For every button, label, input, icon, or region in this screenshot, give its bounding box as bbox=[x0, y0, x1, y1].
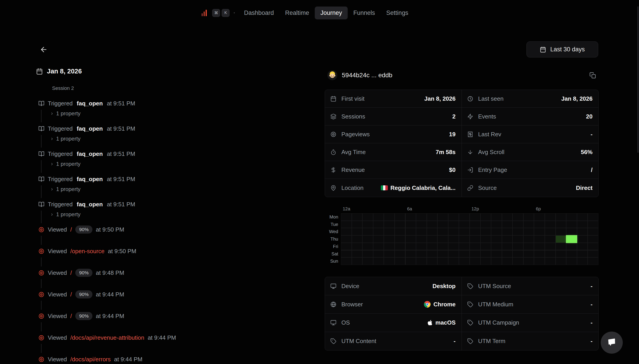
timeline-connector bbox=[41, 258, 42, 266]
heatmap-cell bbox=[566, 214, 577, 220]
heatmap-cell bbox=[566, 243, 577, 250]
stat-label: UTM Term bbox=[478, 338, 505, 345]
date-range-label: Last 30 days bbox=[550, 46, 585, 53]
heatmap-cell bbox=[363, 236, 373, 242]
heatmap-cell bbox=[588, 214, 598, 220]
heatmap-cell bbox=[534, 221, 544, 228]
heatmap-cell bbox=[502, 243, 512, 250]
monitor-icon bbox=[330, 283, 337, 289]
chat-bubble-icon bbox=[606, 338, 617, 348]
heatmap-cell bbox=[448, 221, 459, 228]
heatmap-day-label: Sat bbox=[313, 252, 338, 256]
heatmap-cell bbox=[577, 221, 588, 228]
nav-item-journey[interactable]: Journey bbox=[315, 6, 348, 19]
heatmap-cell bbox=[545, 236, 555, 242]
event-time: at 9:51 PM bbox=[107, 150, 135, 158]
scrollbar[interactable] bbox=[637, 6, 638, 153]
nav-item-settings[interactable]: Settings bbox=[381, 6, 414, 19]
heatmap-cell bbox=[341, 250, 352, 258]
event-verb: Viewed bbox=[48, 270, 67, 276]
back-button[interactable] bbox=[40, 44, 50, 54]
properties-label: 1 property bbox=[56, 110, 81, 117]
heatmap-cell bbox=[545, 258, 555, 265]
heatmap-cell bbox=[416, 250, 427, 258]
heatmap-cell bbox=[502, 250, 512, 258]
nav-item-funnels[interactable]: Funnels bbox=[348, 6, 381, 19]
scroll-depth-badge: 90% bbox=[75, 226, 92, 234]
timeline-connector bbox=[41, 135, 42, 148]
nav-item-dashboard[interactable]: Dashboard bbox=[238, 6, 279, 19]
bar-chart-logo-icon[interactable] bbox=[202, 10, 207, 16]
heatmap-cell bbox=[448, 228, 459, 235]
event-name: faq_open bbox=[77, 100, 103, 107]
event-properties-toggle[interactable]: 1 property bbox=[50, 135, 81, 142]
heatmap-cell bbox=[459, 228, 469, 235]
heatmap-cell bbox=[588, 258, 598, 265]
event-properties-toggle[interactable]: 1 property bbox=[50, 160, 81, 168]
heatmap-cell bbox=[545, 228, 555, 235]
heatmap-cell bbox=[459, 258, 469, 265]
event-properties-toggle[interactable]: 1 property bbox=[50, 110, 81, 117]
stat-cell-utm-term: UTM Term- bbox=[462, 332, 599, 350]
event-time: at 9:50 PM bbox=[108, 248, 136, 255]
book-open-icon bbox=[38, 176, 45, 182]
stat-cell-utm-campaign: UTM Campaign- bbox=[462, 314, 599, 332]
stat-value: 7m 58s bbox=[436, 149, 455, 156]
heatmap-cell bbox=[545, 243, 555, 250]
timeline-connector bbox=[41, 279, 42, 288]
heatmap-cell bbox=[534, 243, 544, 250]
stat-value: - bbox=[590, 319, 592, 326]
date-range-button[interactable]: Last 30 days bbox=[526, 42, 598, 58]
event-properties-toggle[interactable]: 1 property bbox=[50, 186, 81, 193]
heatmap-cell bbox=[427, 214, 437, 220]
journey-page: ⌘K DashboardRealtimeJourneyFunnelsSettin… bbox=[0, 0, 639, 364]
eye-icon bbox=[330, 131, 337, 138]
heatmap-cell bbox=[513, 214, 523, 220]
heatmap-cell bbox=[395, 221, 405, 228]
stat-value: - bbox=[454, 338, 456, 345]
heatmap-cell bbox=[384, 236, 394, 242]
event-properties-toggle[interactable]: 1 property bbox=[50, 211, 81, 218]
heatmap-cell bbox=[373, 258, 384, 265]
nav-item-realtime[interactable]: Realtime bbox=[279, 6, 315, 19]
stat-value: 19 bbox=[449, 131, 456, 138]
scroll-depth-badge: 90% bbox=[75, 290, 92, 298]
heatmap-cell bbox=[481, 236, 491, 242]
timeline-row: Viewed/docs/api/revenue-attributionat 9:… bbox=[38, 332, 176, 343]
heatmap-cell bbox=[448, 258, 459, 265]
chat-button[interactable] bbox=[601, 332, 623, 354]
heatmap-cell bbox=[491, 250, 502, 258]
event-verb: Triggered bbox=[48, 150, 73, 158]
heatmap-cell bbox=[459, 221, 469, 228]
event-time: at 9:51 PM bbox=[107, 201, 135, 208]
timeline-connector bbox=[41, 301, 42, 310]
heatmap-cell bbox=[384, 258, 394, 265]
heatmap-cell bbox=[416, 258, 427, 265]
event-name: faq_open bbox=[77, 150, 103, 158]
heatmap-cell bbox=[459, 214, 469, 220]
event-verb: Viewed bbox=[48, 356, 67, 363]
heatmap-hour-label: 6p bbox=[536, 206, 541, 212]
clock-icon bbox=[467, 96, 473, 102]
copy-icon bbox=[589, 72, 596, 78]
event-time: at 9:44 PM bbox=[96, 291, 124, 298]
heatmap-cell bbox=[566, 228, 577, 235]
shortcut-key-command[interactable]: ⌘ bbox=[212, 9, 220, 17]
heatmap-day-label: Thu bbox=[313, 236, 338, 242]
heatmap-cell bbox=[524, 214, 534, 220]
heatmap-cell bbox=[481, 214, 491, 220]
heatmap-cell bbox=[352, 243, 362, 250]
arrow-down-icon bbox=[467, 149, 473, 155]
event-time: at 9:44 PM bbox=[114, 356, 143, 363]
heatmap-cell bbox=[406, 236, 416, 242]
copy-user-id-button[interactable] bbox=[589, 72, 596, 78]
shortcut-key-k[interactable]: K bbox=[222, 9, 229, 17]
timeline-row: Viewed/open-sourceat 9:50 PM bbox=[38, 246, 136, 256]
event-time: at 9:48 PM bbox=[96, 270, 124, 276]
event-verb: Viewed bbox=[48, 248, 67, 255]
heatmap-cell bbox=[556, 250, 566, 258]
heatmap-cell bbox=[481, 221, 491, 228]
heatmap-cell bbox=[352, 250, 362, 258]
heatmap-cell bbox=[534, 236, 544, 242]
timeline-row: Viewed/90%at 9:44 PM bbox=[38, 289, 124, 300]
